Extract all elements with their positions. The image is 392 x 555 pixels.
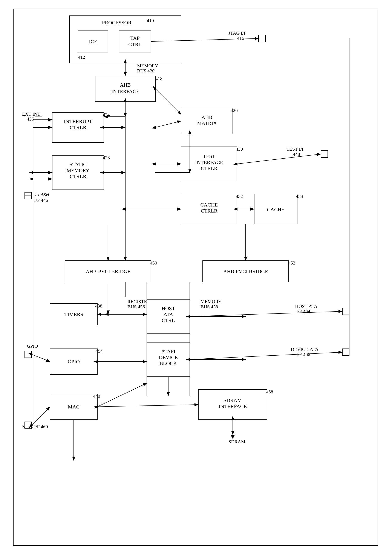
svg-rect-3 bbox=[259, 35, 266, 42]
reg-bus-ref: BUS 456 bbox=[127, 304, 145, 309]
svg-line-66 bbox=[32, 407, 50, 425]
svg-rect-44 bbox=[25, 351, 32, 358]
ctrl-label: CTRL bbox=[128, 42, 141, 47]
svg-rect-30 bbox=[50, 304, 97, 325]
sdram-label: SDRAM bbox=[229, 439, 245, 444]
gpio-label: GPIO bbox=[68, 359, 80, 365]
sdram-if-label2: INTERFACE bbox=[219, 403, 247, 409]
ahb-pvci-right-label: AHB-PVCI BRIDGE bbox=[223, 269, 268, 274]
host-ata-label2: ATA bbox=[163, 312, 173, 317]
svg-rect-43 bbox=[50, 349, 97, 374]
atapi-label2: DEVICE bbox=[159, 355, 178, 360]
ref-412: 412 bbox=[78, 54, 85, 60]
cache-ctrlr-label: CACHE bbox=[200, 202, 218, 208]
ahb-matrix-label2: MATRIX bbox=[197, 120, 217, 126]
test-if-right-ref: 448 bbox=[293, 152, 300, 157]
svg-rect-46 bbox=[342, 349, 349, 356]
jtag-label: JTAG I/F bbox=[229, 30, 246, 36]
ref-468: 468 bbox=[266, 389, 273, 394]
ahb-interface-label2: INTERFACE bbox=[111, 88, 139, 94]
sdram-if-label: SDRAM bbox=[223, 397, 242, 403]
static-mem-label3: CTRLR bbox=[70, 174, 86, 179]
ice-label: ICE bbox=[89, 39, 97, 44]
mem-bus-label: MEMORY bbox=[137, 63, 158, 68]
ref-438: 438 bbox=[95, 303, 102, 308]
svg-rect-14 bbox=[52, 155, 104, 190]
mac-if-label: MAC I/F 460 bbox=[22, 424, 48, 429]
svg-line-53 bbox=[97, 383, 147, 407]
diagram-svg: PROCESSOR 410 ICE 412 TAP CTRL JTAG I/F … bbox=[14, 9, 377, 545]
ref-430: 430 bbox=[236, 146, 243, 152]
ref-452: 452 bbox=[288, 260, 295, 266]
mem-bus-458-label: MEMORY bbox=[200, 299, 222, 304]
mem-bus-ref: BUS 420 bbox=[137, 68, 155, 73]
ahb-pvci-left-label: AHB-PVCI BRIDGE bbox=[86, 269, 131, 274]
static-mem-label2: MEMORY bbox=[67, 168, 90, 173]
svg-rect-9 bbox=[52, 112, 104, 142]
svg-line-18 bbox=[237, 154, 321, 164]
test-if-label2: INTERFACE bbox=[195, 160, 223, 165]
device-ata-label: DEVICE-ATA bbox=[291, 347, 318, 352]
host-ata-label: HOST bbox=[162, 306, 175, 311]
ref-440: 440 bbox=[93, 394, 100, 399]
svg-rect-21 bbox=[181, 194, 237, 224]
svg-rect-28 bbox=[203, 261, 289, 282]
svg-rect-6 bbox=[95, 76, 155, 102]
svg-rect-8 bbox=[35, 116, 42, 123]
svg-rect-1 bbox=[78, 31, 108, 52]
ref-418: 418 bbox=[155, 76, 163, 81]
static-mem-label: STATIC bbox=[69, 161, 86, 167]
host-ata-label3: CTRL bbox=[162, 318, 175, 323]
gpio-ext-label: GPIO bbox=[27, 343, 38, 349]
test-if-right-label: TEST I/F bbox=[287, 146, 304, 152]
processor-label: PROCESSOR bbox=[102, 20, 131, 25]
svg-line-12 bbox=[155, 121, 181, 127]
mem-bus-458-ref: BUS 458 bbox=[200, 304, 218, 309]
ext-int-label: EXT INT bbox=[22, 111, 40, 117]
device-ata-ref: I/F 466 bbox=[296, 352, 310, 357]
tap-label: TAP bbox=[130, 35, 140, 41]
svg-line-65 bbox=[32, 354, 50, 362]
cache-label: CACHE bbox=[267, 207, 284, 212]
interrupt-label: INTERRUPT bbox=[64, 119, 92, 124]
reg-bus-label: REGISTER bbox=[127, 299, 150, 304]
ref-450: 450 bbox=[150, 260, 157, 266]
svg-rect-15 bbox=[25, 192, 32, 199]
flash-label: FLASH bbox=[35, 192, 49, 197]
ref-410: 410 bbox=[147, 18, 154, 23]
svg-rect-22 bbox=[254, 194, 297, 224]
svg-rect-52 bbox=[198, 390, 267, 420]
ref-426: 426 bbox=[231, 108, 238, 113]
timers-label: TIMERS bbox=[64, 312, 83, 317]
ref-434: 434 bbox=[296, 194, 303, 199]
cache-ctrlr-label2: CTRLR bbox=[201, 208, 217, 214]
ref-424: 424 bbox=[103, 112, 110, 117]
mac-label: MAC bbox=[68, 404, 80, 409]
svg-rect-51 bbox=[25, 422, 32, 429]
ref-454: 454 bbox=[96, 348, 103, 354]
atapi-label: ATAPI bbox=[161, 349, 175, 354]
svg-rect-45 bbox=[147, 342, 190, 377]
svg-line-54 bbox=[97, 405, 198, 407]
svg-rect-32 bbox=[342, 308, 349, 315]
svg-marker-56 bbox=[231, 435, 235, 439]
svg-rect-16 bbox=[181, 147, 237, 181]
atapi-label3: BLOCK bbox=[159, 361, 177, 366]
svg-line-49 bbox=[190, 352, 342, 359]
host-ata-if-ref: I/F 464 bbox=[296, 309, 310, 314]
ext-int-ref: 436 bbox=[27, 116, 34, 122]
svg-rect-10 bbox=[181, 108, 233, 134]
svg-line-71 bbox=[155, 89, 181, 115]
flash-ref: I/F 446 bbox=[34, 197, 48, 203]
svg-line-4 bbox=[151, 38, 259, 42]
diagram-container: PROCESSOR 410 ICE 412 TAP CTRL JTAG I/F … bbox=[13, 9, 378, 546]
test-if-label: TEST bbox=[203, 153, 215, 159]
ref-428: 428 bbox=[103, 155, 110, 160]
svg-rect-50 bbox=[50, 394, 97, 420]
svg-rect-25 bbox=[65, 261, 151, 282]
svg-rect-2 bbox=[119, 31, 151, 52]
svg-rect-0 bbox=[69, 16, 181, 63]
ahb-matrix-label: AHB bbox=[202, 114, 213, 120]
host-ata-if-label: HOST-ATA bbox=[295, 304, 318, 309]
svg-line-42 bbox=[190, 311, 342, 316]
